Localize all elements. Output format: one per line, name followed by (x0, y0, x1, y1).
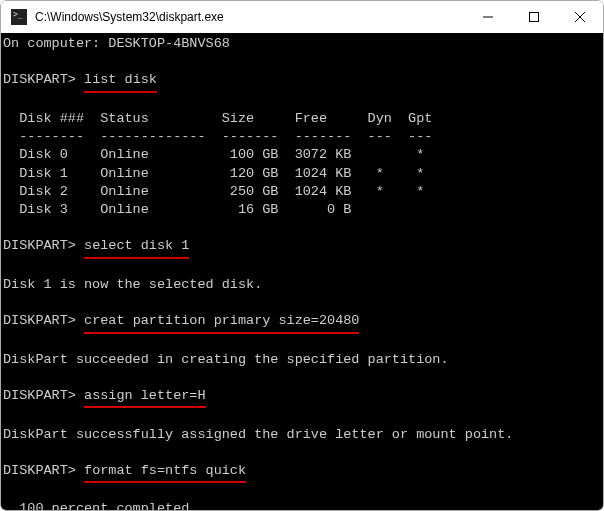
cmd-format: format fs=ntfs quick (84, 462, 246, 483)
minimize-icon (483, 12, 493, 22)
msg-assigned: DiskPart successfully assigned the drive… (3, 427, 513, 442)
svg-rect-1 (530, 13, 539, 22)
prompt: DISKPART> (3, 238, 76, 253)
cmd-select-disk: select disk 1 (84, 237, 189, 258)
table-row: Disk 3 Online 16 GB 0 B (3, 202, 351, 217)
table-divider: -------- ------------- ------- ------- -… (3, 129, 432, 144)
maximize-button[interactable] (511, 1, 557, 33)
table-row: Disk 0 Online 100 GB 3072 KB * (3, 147, 424, 162)
cmd-assign-letter: assign letter=H (84, 387, 206, 408)
msg-selected: Disk 1 is now the selected disk. (3, 277, 262, 292)
table-row: Disk 2 Online 250 GB 1024 KB * * (3, 184, 424, 199)
window-controls (465, 1, 603, 33)
maximize-icon (529, 12, 539, 22)
prompt: DISKPART> (3, 313, 76, 328)
msg-percent: 100 percent completed (3, 501, 189, 510)
minimize-button[interactable] (465, 1, 511, 33)
table-header: Disk ### Status Size Free Dyn Gpt (3, 111, 432, 126)
terminal-area[interactable]: On computer: DESKTOP-4BNVS68 DISKPART> l… (1, 33, 603, 510)
window-frame: C:\Windows\System32\diskpart.exe On comp… (0, 0, 604, 511)
table-row: Disk 1 Online 120 GB 1024 KB * * (3, 166, 424, 181)
cmd-icon (11, 9, 27, 25)
cmd-create-partition: creat partition primary size=20480 (84, 312, 359, 333)
msg-partition: DiskPart succeeded in creating the speci… (3, 352, 449, 367)
computer-line: On computer: DESKTOP-4BNVS68 (3, 36, 230, 51)
close-icon (575, 12, 585, 22)
prompt: DISKPART> (3, 388, 76, 403)
prompt: DISKPART> (3, 72, 76, 87)
prompt: DISKPART> (3, 463, 76, 478)
window-title: C:\Windows\System32\diskpart.exe (35, 10, 465, 24)
close-button[interactable] (557, 1, 603, 33)
titlebar[interactable]: C:\Windows\System32\diskpart.exe (1, 1, 603, 33)
cmd-list-disk: list disk (84, 71, 157, 92)
